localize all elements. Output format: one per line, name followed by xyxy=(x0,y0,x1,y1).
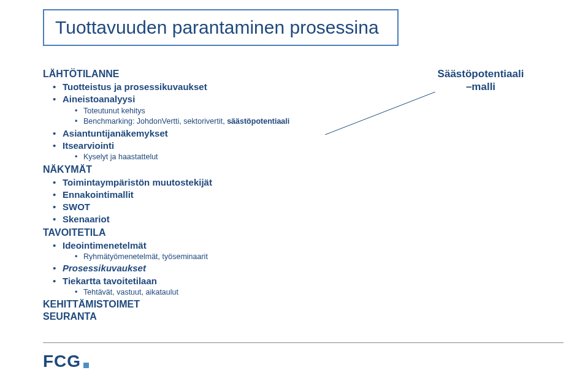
list-item: Itsearviointi Kyselyt ja haastattelut xyxy=(53,140,325,163)
list-item: Tuotteistus ja prosessikuvaukset xyxy=(53,81,325,93)
list-item: Toteutunut kehitys xyxy=(75,106,325,117)
list-item: Benchmarking: JohdonVertti, sektoriverti… xyxy=(75,116,325,127)
list-item: Ennakointimallit xyxy=(53,189,325,201)
list-item: Ideointimenetelmät Ryhmätyömenetelmät, t… xyxy=(53,240,325,263)
footer-divider xyxy=(43,342,563,343)
sublist: Ryhmätyömenetelmät, työseminaarit xyxy=(63,252,325,263)
list-item: Prosessikuvaukset xyxy=(53,262,325,274)
callout-box: Säästöpotentiaali –malli xyxy=(429,67,533,94)
content-body: LÄHTÖTILANNE Tuotteistus ja prosessikuva… xyxy=(43,67,325,323)
list-item: Kyselyt ja haastattelut xyxy=(75,152,325,163)
sublist: Toteutunut kehitys Benchmarking: JohdonV… xyxy=(63,106,325,127)
logo: FCG xyxy=(43,352,89,371)
list-item-label-bold: säästöpotentiaali xyxy=(227,117,289,126)
list-item: Skenaariot xyxy=(53,213,325,225)
section-head-seuranta: SEURANTA xyxy=(43,311,325,322)
page-title: Tuottavuuden parantaminen prosessina xyxy=(55,17,379,38)
callout-line: –malli xyxy=(429,80,533,93)
svg-line-0 xyxy=(325,92,435,135)
list-item: Asiantuntijanäkemykset xyxy=(53,127,325,140)
list-item-label: Ideointimenetelmät xyxy=(63,240,147,251)
list-item: Ryhmätyömenetelmät, työseminaarit xyxy=(75,252,325,263)
list-lahtotilanne: Tuotteistus ja prosessikuvaukset Aineist… xyxy=(43,81,325,163)
list-item: Tiekartta tavoitetilaan Tehtävät, vastuu… xyxy=(53,275,325,298)
list-item: Tehtävät, vastuut, aikataulut xyxy=(75,287,325,298)
list-tavoitetila: Ideointimenetelmät Ryhmätyömenetelmät, t… xyxy=(43,240,325,298)
section-head-lahtotilanne: LÄHTÖTILANNE xyxy=(43,69,325,80)
list-item-label: Tiekartta tavoitetilaan xyxy=(63,276,157,286)
section-head-kehittamistoimet: KEHITTÄMISTOIMET xyxy=(43,299,325,310)
sublist: Tehtävät, vastuut, aikataulut xyxy=(63,287,325,298)
sublist: Kyselyt ja haastattelut xyxy=(63,152,325,163)
logo-text: FCG xyxy=(43,352,81,371)
list-item: SWOT xyxy=(53,201,325,213)
section-head-nakymat: NÄKYMÄT xyxy=(43,164,325,175)
title-box: Tuottavuuden parantaminen prosessina xyxy=(43,9,399,46)
callout-line: Säästöpotentiaali xyxy=(429,67,533,80)
list-item: Aineistoanalyysi Toteutunut kehitys Benc… xyxy=(53,93,325,127)
connector-line-icon xyxy=(325,92,435,135)
list-item-label: Benchmarking: JohdonVertti, sektoriverti… xyxy=(83,117,227,126)
list-nakymat: Toimintaympäristön muutostekijät Ennakoi… xyxy=(43,176,325,226)
list-item-label: Itsearviointi xyxy=(63,140,114,151)
section-head-tavoitetila: TAVOITETILA xyxy=(43,227,325,238)
list-item: Toimintaympäristön muutostekijät xyxy=(53,176,325,189)
logo-dot-icon xyxy=(83,363,89,368)
list-item-label: Aineistoanalyysi xyxy=(63,94,135,104)
